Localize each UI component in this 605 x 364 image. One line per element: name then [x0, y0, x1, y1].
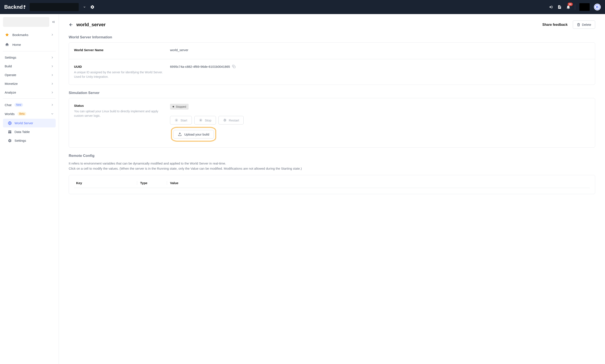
- svg-rect-8: [200, 120, 201, 121]
- svg-text:B: B: [596, 5, 599, 9]
- sidebar-item-analyze[interactable]: Analyze: [3, 88, 56, 97]
- logo-dots-icon: [24, 5, 25, 9]
- subnav-label: Data Table: [14, 130, 30, 134]
- subnav-world-server[interactable]: World Server: [3, 119, 56, 128]
- remote-desc-line2: Click on a cell to modify the values. (W…: [69, 167, 302, 170]
- subnav-label: World Server: [14, 121, 33, 125]
- bell-icon[interactable]: 99: [566, 5, 571, 9]
- sidebar-item-chat[interactable]: Chat New: [3, 100, 56, 109]
- button-label: Upload your build: [184, 132, 209, 136]
- table-header-type: Type: [137, 181, 167, 185]
- sim-button-row: Start Stop Restart: [170, 116, 244, 124]
- account-placeholder[interactable]: [579, 3, 590, 11]
- sidebar-top: [3, 17, 56, 27]
- chevron-right-icon: [51, 56, 54, 59]
- sidebar-item-label: Home: [12, 43, 21, 46]
- sidebar-item-label: Chat: [5, 103, 12, 107]
- header-divider: [575, 4, 575, 10]
- worlds-submenu: World Server Data Table Settings: [3, 119, 56, 145]
- page-title: world_server: [76, 22, 106, 27]
- chevron-right-icon: [51, 91, 54, 94]
- section-heading-remote: Remote Config: [69, 154, 595, 158]
- trash-icon: [577, 23, 580, 26]
- beta-badge: Beta: [17, 112, 26, 116]
- sidebar-item-label: Operate: [5, 73, 16, 77]
- remote-config-table: Key Type Value: [69, 175, 595, 194]
- sidebar: Bookmarks Home Settings Build Operate Mo…: [0, 14, 59, 364]
- chevron-right-icon: [51, 73, 54, 77]
- restart-icon: [223, 118, 227, 122]
- collapse-sidebar-icon[interactable]: [51, 20, 56, 24]
- stop-icon: [199, 118, 203, 122]
- chevron-right-icon: [51, 82, 54, 85]
- sidebar-divider: [3, 98, 56, 99]
- sidebar-item-worlds[interactable]: Worlds Beta: [3, 109, 56, 118]
- sidebar-search-placeholder[interactable]: [3, 17, 49, 27]
- sidebar-item-label: Build: [5, 64, 12, 68]
- delete-button[interactable]: Delete: [573, 20, 595, 29]
- sidebar-item-label: Monetize: [5, 82, 18, 85]
- table-icon: [8, 130, 12, 134]
- logo[interactable]: Backnd: [4, 4, 25, 10]
- sidebar-item-settings[interactable]: Settings: [3, 53, 56, 62]
- play-icon: [175, 118, 178, 122]
- info-row-uuid: UUID A unique ID assigned by the server …: [69, 59, 595, 85]
- megaphone-icon[interactable]: [549, 5, 553, 9]
- sidebar-item-bookmarks[interactable]: Bookmarks: [3, 30, 56, 40]
- globe-icon: [8, 121, 12, 125]
- sidebar-item-label: Analyze: [5, 91, 16, 94]
- status-badge: Stopped: [170, 104, 189, 110]
- status-dot-icon: [173, 106, 174, 107]
- sidebar-item-operate[interactable]: Operate: [3, 71, 56, 79]
- chevron-right-icon: [51, 103, 54, 106]
- uuid-value: 6995c74a-c882-4f69-96de-6101b0041865: [170, 65, 230, 68]
- section-heading-sim: Simulation Server: [69, 91, 595, 95]
- row-label: UUID: [74, 65, 166, 68]
- header-right: 99 B: [549, 3, 601, 11]
- sidebar-item-monetize[interactable]: Monetize: [3, 79, 56, 88]
- status-text: Stopped: [176, 105, 186, 108]
- remote-description: It refers to environment variables that …: [69, 161, 595, 171]
- row-description: You can upload your Linux build to direc…: [74, 109, 166, 118]
- page-header: world_server Share feedback Delete: [69, 20, 595, 29]
- page-title-wrap: world_server: [69, 22, 106, 27]
- header-left: Backnd: [4, 3, 95, 11]
- info-card: World Server Name world_server UUID A un…: [69, 42, 595, 85]
- sidebar-item-build[interactable]: Build: [3, 62, 56, 71]
- copy-icon[interactable]: [232, 65, 235, 68]
- gear-icon[interactable]: [90, 5, 95, 9]
- button-label: Stop: [205, 118, 211, 122]
- share-feedback-link[interactable]: Share feedback: [542, 23, 567, 27]
- new-badge: New: [14, 103, 23, 107]
- star-icon: [5, 32, 9, 37]
- sidebar-item-label: Worlds: [5, 112, 14, 116]
- row-label: Status: [74, 104, 166, 107]
- subnav-settings[interactable]: Settings: [3, 136, 56, 145]
- section-heading-info: World Server Information: [69, 35, 595, 39]
- subnav-label: Settings: [14, 139, 26, 142]
- button-label: Restart: [229, 118, 239, 122]
- avatar[interactable]: B: [594, 4, 601, 11]
- delete-button-label: Delete: [582, 23, 591, 26]
- document-icon[interactable]: [557, 5, 562, 9]
- back-arrow-icon[interactable]: [69, 22, 73, 27]
- chevron-down-icon[interactable]: [83, 6, 86, 9]
- gear-icon: [8, 139, 12, 143]
- project-selector[interactable]: [30, 3, 79, 11]
- table-header-row: Key Type Value: [74, 181, 590, 188]
- restart-button[interactable]: Restart: [219, 116, 244, 124]
- subnav-data-table[interactable]: Data Table: [3, 128, 56, 136]
- stop-button[interactable]: Stop: [194, 116, 216, 124]
- upload-build-button[interactable]: Upload your build: [173, 130, 214, 139]
- remote-desc-line1: It refers to environment variables that …: [69, 162, 226, 165]
- upload-highlight-annotation: Upload your build: [170, 127, 217, 142]
- notification-badge: 99: [568, 2, 573, 6]
- button-label: Start: [180, 118, 187, 122]
- start-button[interactable]: Start: [170, 116, 192, 124]
- main-content: world_server Share feedback Delete World…: [59, 14, 605, 364]
- home-icon: [5, 42, 9, 47]
- table-header-key: Key: [74, 181, 137, 185]
- page-actions: Share feedback Delete: [542, 20, 595, 29]
- chevron-right-icon: [51, 33, 54, 37]
- sidebar-item-home[interactable]: Home: [3, 40, 56, 50]
